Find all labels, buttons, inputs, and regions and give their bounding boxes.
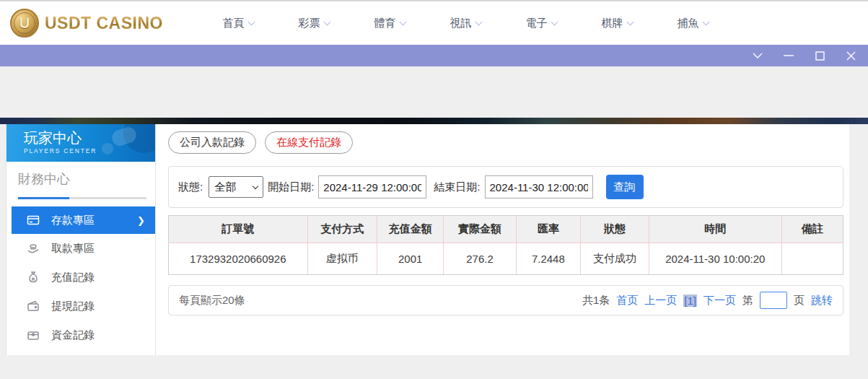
brand-logo[interactable]: U USDT CASINO (10, 9, 163, 38)
pager-controls: 共1条 首页 上一页 [1] 下一页 第 页 跳转 (582, 292, 833, 309)
col-actual-amount: 實際金額 (444, 216, 516, 243)
chevron-down-icon (324, 18, 331, 25)
payment-records-panel: 公司入款記錄 在線支付記錄 狀態: 全部 開始日期: 結束日期: 查詢 訂單號 (156, 124, 849, 355)
end-date-label: 結束日期: (434, 180, 480, 194)
decor-circle (102, 143, 113, 154)
deposit-card-icon (27, 214, 40, 227)
spacer-strip (0, 66, 868, 118)
purse-icon (27, 328, 40, 341)
col-payment-method: 支付方式 (307, 216, 377, 243)
end-date-input[interactable] (485, 175, 593, 199)
sidebar-item-withdrawal-records[interactable]: 提現記錄 (6, 292, 155, 321)
sidebar-item-label: 提現記錄 (51, 300, 95, 313)
payment-records-table: 訂單號 支付方式 充值金額 實際金額 匯率 狀態 時間 備註 173293202… (168, 215, 843, 275)
col-status: 狀態 (581, 216, 649, 243)
prev-page-link[interactable]: 上一页 (644, 294, 677, 308)
cell-time: 2024-11-30 10:00:20 (649, 243, 781, 275)
cell-remark (781, 243, 843, 275)
per-page-text: 每頁顯示20條 (179, 294, 245, 308)
chevron-down-icon (551, 18, 558, 25)
cell-order-number: 1732932020660926 (169, 243, 308, 275)
sidebar-item-lottery-bets[interactable]: UU彩票下注 (6, 349, 155, 355)
chevron-down-icon (627, 18, 634, 25)
wallet-icon (27, 300, 40, 313)
sidebar-item-label: 存款專區 (51, 214, 95, 227)
chevron-down-icon (703, 18, 710, 25)
status-select[interactable]: 全部 (209, 176, 263, 198)
sidebar-item-label: 資金記錄 (51, 328, 95, 342)
sidebar-item-deposit[interactable]: 存款專區 ❯ (12, 206, 155, 234)
nav-label: 彩票 (298, 17, 320, 30)
jump-button[interactable]: 跳转 (811, 294, 833, 308)
nav-item-slots[interactable]: 電子 (504, 17, 579, 30)
nav-label: 棋牌 (601, 17, 623, 30)
table-row: 1732932020660926 虚拟币 2001 276.2 7.2448 支… (169, 243, 843, 275)
moneybag-icon (27, 271, 40, 284)
cell-exchange-rate: 7.2448 (516, 243, 581, 275)
start-date-label: 開始日期: (268, 180, 314, 194)
main-nav: 首頁 彩票 體育 視訊 電子 棋牌 (201, 17, 731, 30)
section-divider (18, 197, 146, 199)
status-label: 狀態: (178, 180, 203, 194)
tab-online-payment-records[interactable]: 在線支付記錄 (265, 131, 353, 154)
sidebar-item-funds-records[interactable]: 資金記錄 (6, 321, 155, 349)
query-button[interactable]: 查詢 (606, 175, 644, 199)
close-icon[interactable] (845, 50, 856, 61)
nav-item-home[interactable]: 首頁 (201, 17, 276, 30)
cell-status: 支付成功 (581, 243, 649, 275)
col-deposit-amount: 充值金額 (377, 216, 444, 243)
col-remark: 備註 (781, 216, 843, 243)
sidebar-item-withdraw[interactable]: 取款專區 (6, 234, 155, 263)
jump-prefix: 第 (742, 294, 753, 308)
cell-payment-method: 虚拟币 (307, 243, 377, 275)
coin-logo-icon: U (10, 9, 39, 38)
chevron-right-icon: ❯ (137, 215, 145, 226)
casino-app-window: U USDT CASINO 首頁 彩票 體育 視訊 電子 (0, 0, 868, 379)
chevron-down-icon (475, 18, 483, 25)
pagination-bar: 每頁顯示20條 共1条 首页 上一页 [1] 下一页 第 页 跳转 (168, 285, 843, 315)
jump-page-input[interactable] (760, 292, 787, 309)
nav-label: 視訊 (450, 17, 471, 30)
jump-suffix: 页 (794, 294, 805, 308)
start-date-input[interactable] (318, 175, 426, 199)
col-time: 時間 (649, 216, 781, 243)
window-titlebar (0, 45, 868, 66)
cell-actual-amount: 276.2 (444, 243, 516, 275)
record-tabs: 公司入款記錄 在線支付記錄 (168, 131, 843, 154)
sidebar-menu: 存款專區 ❯ 取款專區 充值記錄 提現記錄 資金記錄 (6, 206, 155, 355)
first-page-link[interactable]: 首页 (616, 294, 638, 308)
cell-deposit-amount: 2001 (377, 243, 444, 275)
tab-company-deposit-records[interactable]: 公司入款記錄 (168, 131, 256, 154)
nav-label: 體育 (374, 17, 395, 30)
brand-name: USDT CASINO (45, 14, 163, 33)
finance-section-title: 財務中心 (18, 170, 146, 188)
status-select-value: 全部 (214, 180, 236, 194)
nav-item-lottery[interactable]: 彩票 (276, 17, 352, 30)
nav-item-sports[interactable]: 體育 (352, 17, 428, 30)
player-center-sidebar: 玩家中心 PLAYERS CENTER 財務中心 存款專區 ❯ 取款專區 (6, 124, 156, 355)
collapse-chevron-icon[interactable] (752, 50, 763, 61)
next-page-link[interactable]: 下一页 (703, 294, 736, 308)
banner-edge-strip (0, 118, 868, 124)
sidebar-item-label: 充值記錄 (51, 271, 95, 284)
withdraw-hand-icon (27, 242, 40, 255)
select-chevron-icon (253, 183, 258, 188)
total-count-text: 共1条 (582, 294, 610, 308)
filter-bar: 狀態: 全部 開始日期: 結束日期: 查詢 (168, 166, 843, 208)
coin-letter: U (19, 15, 30, 32)
finance-section: 財務中心 (6, 162, 155, 199)
chevron-down-icon (400, 18, 407, 25)
minimize-icon[interactable] (783, 50, 794, 61)
app-header: U USDT CASINO 首頁 彩票 體育 視訊 電子 (0, 1, 868, 45)
nav-label: 捕魚 (677, 17, 698, 30)
col-order-number: 訂單號 (169, 216, 308, 243)
sidebar-item-deposit-records[interactable]: 充值記錄 (6, 263, 155, 292)
nav-label: 首頁 (222, 17, 244, 30)
chevron-down-icon (248, 18, 255, 25)
nav-item-live[interactable]: 視訊 (428, 17, 504, 30)
nav-item-cards[interactable]: 棋牌 (579, 17, 655, 30)
nav-label: 電子 (525, 17, 547, 30)
nav-item-fishing[interactable]: 捕魚 (655, 17, 731, 30)
maximize-icon[interactable] (814, 50, 825, 61)
col-exchange-rate: 匯率 (516, 216, 581, 243)
